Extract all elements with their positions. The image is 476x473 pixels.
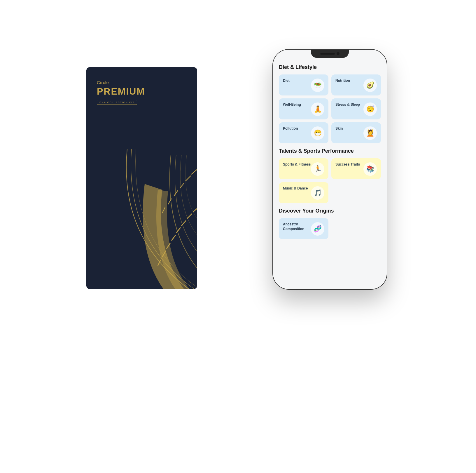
phone-camera (337, 52, 340, 55)
svg-line-14 (193, 208, 197, 212)
card-skin-label: Skin (335, 126, 343, 131)
card-nutrition[interactable]: Nutrition 🥑 (331, 74, 381, 95)
card-stress-sleep[interactable]: Stress & Sleep 😴 (331, 98, 381, 119)
svg-line-12 (181, 220, 186, 226)
gold-arc-decoration (104, 126, 197, 289)
phone: Diet & Lifestyle Diet 🥗 Nutrition 🥑 Well… (273, 50, 387, 289)
card-success-traits-label: Success Traits (335, 162, 360, 167)
svg-line-10 (172, 235, 176, 241)
nutrition-icon: 🥑 (363, 79, 377, 92)
scene: Circle PREMIUM DNA COLLECTION KIT (78, 32, 398, 441)
diet-icon: 🥗 (311, 79, 324, 92)
talents-row2-grid: Music & Dance 🎵 (279, 182, 381, 203)
dna-kit-badge: DNA COLLECTION KIT (97, 100, 137, 105)
card-music-dance[interactable]: Music & Dance 🎵 (279, 182, 328, 203)
music-dance-icon: 🎵 (311, 186, 324, 200)
card-skin[interactable]: Skin 💆 (331, 122, 381, 143)
diet-lifestyle-title: Diet & Lifestyle (279, 64, 381, 70)
talents-sports-grid: Sports & Fitness 🏃 Success Traits 📚 (279, 158, 381, 179)
card-sports-fitness[interactable]: Sports & Fitness 🏃 (279, 158, 328, 179)
wellbeing-icon: 🧘 (311, 102, 324, 116)
product-box: Circle PREMIUM DNA COLLECTION KIT (86, 67, 197, 289)
premium-label: PREMIUM (97, 86, 187, 97)
success-traits-icon: 📚 (363, 162, 377, 176)
phone-screen: Diet & Lifestyle Diet 🥗 Nutrition 🥑 Well… (273, 50, 387, 289)
card-nutrition-label: Nutrition (335, 79, 350, 83)
svg-line-5 (191, 169, 197, 174)
card-wellbeing-label: Well-Being (283, 102, 301, 107)
talents-sports-section: Talents & Sports Performance Sports & Fi… (279, 148, 381, 203)
ancestry-icon: 🧬 (311, 222, 324, 236)
card-success-traits[interactable]: Success Traits 📚 (331, 158, 381, 179)
card-ancestry-label: Ancestry Composition (283, 222, 311, 231)
origins-title: Discover Your Origins (279, 208, 381, 214)
talents-sports-title: Talents & Sports Performance (279, 148, 381, 154)
card-music-dance-label: Music & Dance (283, 186, 308, 191)
card-well-being[interactable]: Well-Being 🧘 (279, 98, 328, 119)
card-pollution[interactable]: Pollution 😷 (279, 122, 328, 143)
origins-grid: Ancestry Composition 🧬 (279, 218, 381, 239)
svg-line-13 (187, 214, 192, 219)
card-pollution-label: Pollution (283, 126, 298, 131)
origins-section: Discover Your Origins Ancestry Compositi… (279, 208, 381, 239)
card-stress-sleep-label: Stress & Sleep (335, 102, 360, 107)
screen-content: Diet & Lifestyle Diet 🥗 Nutrition 🥑 Well… (273, 50, 387, 289)
diet-lifestyle-grid: Diet 🥗 Nutrition 🥑 Well-Being 🧘 (279, 74, 381, 143)
stress-sleep-icon: 😴 (363, 102, 377, 116)
brand-name: Circle (97, 80, 187, 85)
phone-notch (311, 50, 349, 58)
card-sports-label: Sports & Fitness (283, 162, 311, 167)
card-diet-label: Diet (283, 79, 290, 83)
card-ancestry[interactable]: Ancestry Composition 🧬 (279, 218, 328, 239)
diet-lifestyle-section: Diet & Lifestyle Diet 🥗 Nutrition 🥑 Well… (279, 64, 381, 143)
svg-line-4 (186, 176, 191, 181)
pollution-icon: 😷 (311, 126, 324, 140)
phone-speaker (320, 53, 335, 55)
sports-icon: 🏃 (311, 162, 324, 176)
card-diet[interactable]: Diet 🥗 (279, 74, 328, 95)
skin-icon: 💆 (363, 126, 377, 140)
